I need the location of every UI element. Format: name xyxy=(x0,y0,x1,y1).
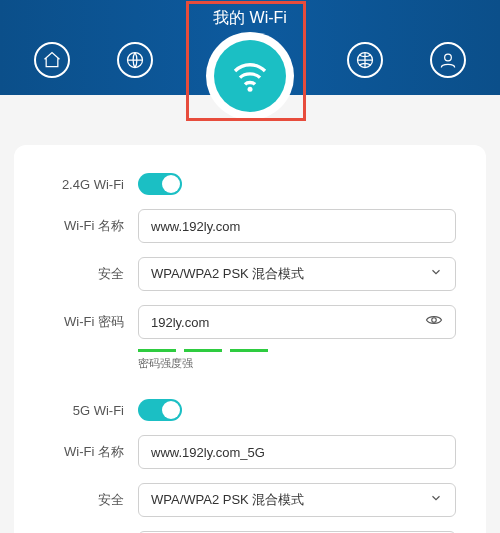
toggle-5g[interactable] xyxy=(138,399,182,421)
select-5g-security[interactable]: WPA/WPA2 PSK 混合模式 xyxy=(138,483,456,517)
password-strength-meter xyxy=(138,349,456,352)
toggle-24g[interactable] xyxy=(138,173,182,195)
password-strength-label: 密码强度强 xyxy=(138,356,456,371)
select-24g-security[interactable]: WPA/WPA2 PSK 混合模式 xyxy=(138,257,456,291)
svg-point-3 xyxy=(248,87,253,92)
label-24g-name: Wi-Fi 名称 xyxy=(44,217,138,235)
user-icon[interactable] xyxy=(430,42,466,78)
wifi-icon xyxy=(230,56,270,96)
svg-point-2 xyxy=(445,54,452,61)
input-24g-name[interactable] xyxy=(138,209,456,243)
label-5g: 5G Wi-Fi xyxy=(44,403,138,418)
globe-icon[interactable] xyxy=(117,42,153,78)
home-icon[interactable] xyxy=(34,42,70,78)
network-icon[interactable] xyxy=(347,42,383,78)
chevron-down-icon xyxy=(429,265,443,283)
eye-icon[interactable] xyxy=(425,311,443,333)
page-title: 我的 Wi-Fi xyxy=(213,8,287,29)
input-5g-name[interactable] xyxy=(138,435,456,469)
chevron-down-icon xyxy=(429,491,443,509)
svg-point-4 xyxy=(432,318,437,323)
wifi-settings-card: 2.4G Wi-Fi Wi-Fi 名称 安全 WPA/WPA2 PSK 混合模式… xyxy=(14,145,486,533)
wifi-hero-circle[interactable] xyxy=(206,32,294,120)
input-24g-password[interactable] xyxy=(138,305,456,339)
label-24g-password: Wi-Fi 密码 xyxy=(44,313,138,331)
label-5g-security: 安全 xyxy=(44,491,138,509)
label-24g: 2.4G Wi-Fi xyxy=(44,177,138,192)
label-24g-security: 安全 xyxy=(44,265,138,283)
label-5g-name: Wi-Fi 名称 xyxy=(44,443,138,461)
